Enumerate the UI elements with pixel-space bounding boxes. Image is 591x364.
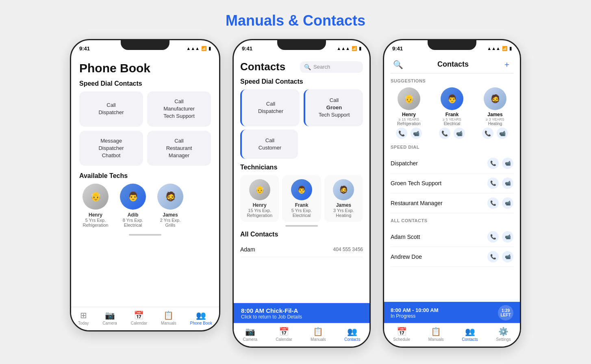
- speed-dial-btn-dispatcher[interactable]: CallDispatcher: [79, 91, 143, 127]
- tab-phonebook[interactable]: 👥 Phone Book: [190, 310, 213, 325]
- contact-row-adam[interactable]: Adam 404 555 3456: [240, 242, 363, 257]
- suggestion-james[interactable]: 🧔 James ≥ 3 YEARS Heating 📞 📹: [477, 87, 513, 139]
- speed-dial-label-3: SPEED DIAL: [391, 145, 513, 150]
- tech-card2-henry[interactable]: 👴 Henry 15 Yrs Exp.Refrigeration: [240, 175, 279, 222]
- camera-icon-2: 📷: [245, 327, 255, 336]
- all-contacts-title-2: All Contacts: [240, 231, 363, 238]
- suggestion-actions-henry: 📞 📹: [396, 128, 422, 139]
- tab-camera-1[interactable]: 📷 Camera: [102, 310, 117, 325]
- call-btn-henry[interactable]: 📞: [396, 128, 407, 139]
- sdl-video-dispatcher[interactable]: 📹: [502, 158, 513, 169]
- tab-contacts-3[interactable]: 👥 Contacts: [462, 327, 478, 342]
- add-btn-3[interactable]: ＋: [500, 59, 513, 70]
- suggestion-avatar-henry: 👴: [398, 87, 420, 110]
- scroll-indicator-2: [285, 225, 318, 227]
- tech-card-james[interactable]: 🧔 James 2 Yrs Exp.Grills: [154, 184, 187, 228]
- tab-settings-3[interactable]: ⚙️ Settings: [496, 327, 511, 342]
- acl-name-andrew: Andrew Doe: [391, 254, 422, 260]
- sdl-call-dispatcher[interactable]: 📞: [487, 158, 499, 169]
- tab-calendar-label-2: Calendar: [276, 337, 292, 342]
- suggestions-row: 👴 Henry ≥ 15 YEARS Refrigeration 📞 📹 👨 F…: [391, 87, 513, 139]
- bottom-job-banner-3[interactable]: 8:00 AM - 10:00 AM In Progress 1:29 LEFT: [384, 302, 520, 324]
- acl-actions-andrew: 📞 📹: [487, 251, 513, 262]
- technicians-section-2: Technicians 👴 Henry 15 Yrs Exp.Refrigera…: [240, 164, 363, 227]
- tech-name-james1: James: [163, 212, 178, 218]
- all-contact-adam[interactable]: Adam Scott 📞 📹: [391, 227, 513, 247]
- tech-card2-frank[interactable]: 👨 Frank 5 Yrs Exp.Electrical: [282, 175, 321, 222]
- acl-call-adam[interactable]: 📞: [487, 231, 499, 243]
- bjb-text-3: 8:00 AM - 10:00 AM In Progress: [391, 307, 439, 319]
- sdl-video-restaurant[interactable]: 📹: [502, 197, 513, 209]
- suggestion-name-frank: Frank: [445, 112, 459, 117]
- all-contact-andrew[interactable]: Andrew Doe 📞 📹: [391, 247, 513, 267]
- suggestion-years-frank: ≥ 5 YEARS: [443, 117, 461, 121]
- speed-dial-btn-chatbot[interactable]: MessageDispatcherChatbot: [79, 131, 143, 166]
- bjb-status-3: In Progress: [391, 313, 439, 319]
- wifi-icon: 📶: [201, 46, 207, 51]
- search-btn-3[interactable]: 🔍: [391, 60, 406, 69]
- job-banner-2[interactable]: 8:00 AM Chick-Fil-A Click to return to J…: [234, 303, 369, 324]
- tech-info-adib: 8 Yrs Exp.Electrical: [123, 218, 143, 228]
- tab-phonebook-label: Phone Book: [190, 321, 213, 325]
- sdl-dispatcher[interactable]: Dispatcher 📞 📹: [391, 154, 513, 173]
- speed-dial-btn-manufacturer[interactable]: CallManufacturerTech Support: [147, 91, 211, 127]
- tech-avatar2-henry: 👴: [249, 179, 270, 200]
- speed-dial-customer-2[interactable]: CallCustomer: [240, 130, 298, 159]
- suggestion-spec-henry: Refrigeration: [397, 121, 420, 126]
- tab-schedule-3[interactable]: 📅 Schedule: [393, 327, 410, 342]
- sdl-restaurant[interactable]: Restaurant Manager 📞 📹: [391, 193, 513, 213]
- suggestion-frank[interactable]: 👨 Frank ≥ 5 YEARS Electrical 📞 📹: [434, 87, 470, 139]
- tech-name-adib: Adib: [128, 212, 139, 218]
- tab-calendar-2[interactable]: 📅 Calendar: [276, 327, 292, 342]
- acl-video-andrew[interactable]: 📹: [502, 251, 513, 262]
- speed-dial-grid-1: CallDispatcher CallManufacturerTech Supp…: [79, 91, 211, 166]
- search-box-2[interactable]: 🔍 Search: [300, 61, 363, 73]
- tech-info-james1: 2 Yrs Exp.Grills: [160, 218, 181, 228]
- tab-camera-2[interactable]: 📷 Camera: [243, 327, 258, 342]
- suggestions-label: SUGGESTIONS: [391, 78, 513, 83]
- tab-manuals-1[interactable]: 📋 Manuals: [161, 310, 176, 325]
- tech-name-henry: Henry: [89, 212, 102, 218]
- suggestion-name-henry: Henry: [402, 112, 416, 117]
- tab-today[interactable]: ⊞ Today: [78, 310, 89, 325]
- tech-avatar-james: 🧔: [157, 184, 183, 210]
- job-banner-sub-2: Click to return to Job Details: [241, 314, 362, 320]
- tab-manuals-3[interactable]: 📋 Manuals: [428, 327, 444, 342]
- speed-dial-dispatcher-2[interactable]: CallDispatcher: [240, 89, 300, 126]
- sdl-call-restaurant[interactable]: 📞: [487, 197, 499, 209]
- tech-card-adib[interactable]: 👨 Adib 8 Yrs Exp.Electrical: [117, 184, 149, 228]
- speed-dial-btn-restaurant[interactable]: CallRestaurantManager: [147, 131, 211, 166]
- tab-bar-1: ⊞ Today 📷 Camera 📅 Calendar 📋 Manuals 👥 …: [71, 307, 219, 330]
- acl-call-andrew[interactable]: 📞: [487, 251, 499, 262]
- tab-manuals-2[interactable]: 📋 Manuals: [311, 327, 326, 342]
- sdl-video-groen[interactable]: 📹: [502, 178, 513, 189]
- search-placeholder-2: Search: [313, 64, 330, 70]
- bjb-timer-label: LEFT: [501, 313, 511, 317]
- battery-icon-2: ▮: [359, 46, 361, 51]
- page-title: Manuals & Contacts: [226, 12, 365, 29]
- call-btn-james3[interactable]: 📞: [482, 128, 493, 139]
- sdl-groen[interactable]: Groen Tech Support 📞 📹: [391, 173, 513, 193]
- video-btn-frank[interactable]: 📹: [454, 128, 465, 139]
- tab-contacts-2[interactable]: 👥 Contacts: [344, 327, 360, 342]
- tech-card2-james2[interactable]: 🧔 James 3 Yrs Exp.Heating: [324, 175, 363, 222]
- video-btn-henry[interactable]: 📹: [411, 128, 422, 139]
- acl-video-adam[interactable]: 📹: [502, 231, 513, 243]
- suggestion-name-james3: James: [487, 112, 502, 117]
- suggestion-henry[interactable]: 👴 Henry ≥ 15 YEARS Refrigeration 📞 📹: [391, 87, 427, 139]
- calendar-icon-2: 📅: [279, 327, 289, 336]
- manuals-icon-3: 📋: [431, 327, 441, 336]
- tab-manuals-label-2: Manuals: [311, 337, 326, 342]
- bjb-timer-3: 1:29 LEFT: [498, 305, 513, 321]
- call-btn-frank[interactable]: 📞: [439, 128, 450, 139]
- tab-calendar-1[interactable]: 📅 Calendar: [131, 310, 148, 325]
- notch-3: [428, 40, 476, 50]
- suggestions-section: SUGGESTIONS 👴 Henry ≥ 15 YEARS Refrigera…: [391, 78, 513, 139]
- speed-dial-groen-2[interactable]: CallGroenTech Support: [304, 89, 363, 126]
- signal-icon: ▲▲▲: [186, 46, 200, 51]
- tab-bar-2: 📷 Camera 📅 Calendar 📋 Manuals 👥 Contacts: [234, 323, 369, 347]
- tech-card-henry[interactable]: 👴 Henry 5 Yrs Exp.Refrigeration: [79, 184, 112, 228]
- sdl-call-groen[interactable]: 📞: [487, 178, 499, 189]
- video-btn-james3[interactable]: 📹: [497, 128, 508, 139]
- manuals-icon-1: 📋: [163, 310, 174, 320]
